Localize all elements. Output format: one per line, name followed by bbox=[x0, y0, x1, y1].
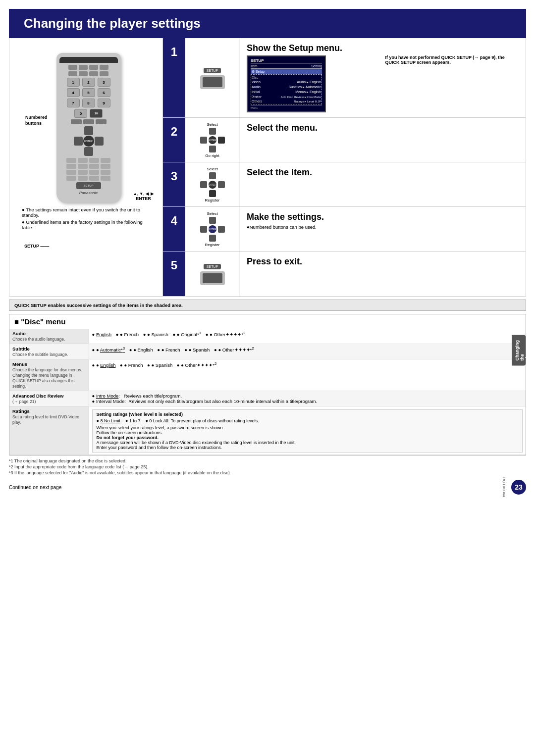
continued-text: Continued on next page bbox=[9, 485, 61, 490]
remote-control: 1 2 3 4 5 6 7 8 9 0 bbox=[56, 53, 121, 203]
setup-label: SETUP —— bbox=[24, 244, 49, 249]
row-content-subtitle: ● Automatic*3 ● English ● French ● Spani… bbox=[89, 344, 526, 359]
footnotes: *1 The original language designated on t… bbox=[9, 458, 526, 475]
right-panel: Changing the player settings 1 SETUP bbox=[163, 38, 526, 296]
row-label-adr: Advanced Disc Review (→ page 21) bbox=[9, 391, 89, 406]
step-4-content: Make the settings. ●Numbered buttons can… bbox=[240, 207, 526, 251]
step-4: 4 Select ENTER Register bbox=[163, 207, 526, 252]
setup-button[interactable]: SETUP bbox=[76, 182, 101, 189]
step-1-content: Show the Setup menu. SETUP Item Setting bbox=[240, 38, 526, 117]
footnote-2: *2 Input the appropriate code from the l… bbox=[9, 464, 526, 469]
row-label-audio: Audio Choose the audio language. bbox=[9, 329, 89, 344]
step-3-icon: Select ENTER Register bbox=[185, 162, 240, 206]
step-1: 1 SETUP Show the Setup menu. bbox=[163, 38, 526, 118]
numbered-label: Numbered buttons bbox=[25, 115, 48, 126]
row-label-menus: Menus Choose the language for disc menus… bbox=[9, 359, 89, 391]
step-4-title: Make the settings. bbox=[247, 212, 519, 222]
step-5-title: Press to exit. bbox=[247, 256, 519, 267]
row-content-menus: ● English ● French ● Spanish ● Other✦✦✦✦… bbox=[89, 359, 526, 391]
step-4-number: 4 bbox=[163, 207, 185, 251]
step-2-dpad: ENTER bbox=[200, 128, 225, 152]
disc-section: ■ "Disc" menu Audio Choose the audio lan… bbox=[9, 314, 526, 455]
bottom-bar: Continued on next page RQTX0044 23 bbox=[9, 477, 526, 497]
row-content-ratings: Setting ratings (When level 8 is selecte… bbox=[89, 406, 526, 455]
table-row: Audio Choose the audio language. English… bbox=[9, 329, 526, 344]
page-number: 23 bbox=[511, 480, 526, 495]
quick-setup-note: QUICK SETUP enables successive settings … bbox=[9, 300, 526, 311]
step-5-icon: SETUP bbox=[185, 252, 240, 296]
disc-section-header: ■ "Disc" menu bbox=[9, 314, 526, 329]
remote-container: Numbered buttons bbox=[19, 48, 158, 203]
setup-icon-label: SETUP bbox=[204, 68, 221, 73]
dpad[interactable]: ENTER bbox=[74, 126, 104, 156]
step-1-icon: SETUP bbox=[185, 38, 240, 117]
step-3-dpad: ENTER bbox=[200, 172, 225, 197]
table-row: Subtitle Choose the subtitle language. ●… bbox=[9, 344, 526, 359]
table-row: Menus Choose the language for disc menus… bbox=[9, 359, 526, 391]
step-3-number: 3 bbox=[163, 162, 185, 206]
step-4-note: ●Numbered buttons can be used. bbox=[247, 224, 519, 230]
page-header: Changing the player settings bbox=[9, 9, 526, 38]
main-content: Numbered buttons bbox=[9, 38, 526, 297]
side-tab: Changing the player settings bbox=[512, 335, 526, 366]
step-2: 2 Select ENTER Go right bbox=[163, 118, 526, 162]
step-3-title: Select the item. bbox=[247, 167, 519, 178]
step-3-content: Select the item. bbox=[240, 162, 526, 206]
row-content-audio: English ● French ● Spanish ● Original*1 … bbox=[89, 329, 526, 344]
row-label-subtitle: Subtitle Choose the subtitle language. bbox=[9, 344, 89, 359]
row-label-ratings: Ratings Set a rating level to limit DVD-… bbox=[9, 406, 89, 455]
step-5: 5 SETUP Press to exit. bbox=[163, 252, 526, 296]
page-title: Changing the player settings bbox=[24, 16, 511, 31]
left-panel: Numbered buttons bbox=[9, 38, 163, 296]
step-4-icon: Select ENTER Register bbox=[185, 207, 240, 251]
panasonic-label: Panasonic bbox=[59, 191, 118, 195]
ratings-box: Setting ratings (When level 8 is selecte… bbox=[92, 409, 523, 453]
table-row: Advanced Disc Review (→ page 21) ● Intro… bbox=[9, 391, 526, 406]
step-5-content: Press to exit. bbox=[240, 252, 526, 296]
step-2-content: Select the menu. bbox=[240, 118, 526, 162]
step-2-icon: Select ENTER Go right bbox=[185, 118, 240, 162]
footnote-1: *1 The original language designated on t… bbox=[9, 458, 526, 463]
footnote-3: *3 If the language selected for "Audio" … bbox=[9, 470, 526, 475]
disc-table: Audio Choose the audio language. English… bbox=[9, 329, 526, 455]
left-note-2: ● Underlined items are the factory setti… bbox=[22, 219, 155, 230]
step-5-number: 5 bbox=[163, 252, 185, 296]
setup-exit-label: SETUP bbox=[204, 264, 221, 269]
step-1-title: Show the Setup menu. bbox=[247, 43, 380, 53]
step-3: 3 Select ENTER Register bbox=[163, 162, 526, 207]
left-notes: ● The settings remain intact even if you… bbox=[19, 203, 158, 234]
step-1-note: If you have not performed QUICK SETUP (→… bbox=[385, 43, 519, 65]
left-note-1: ● The settings remain intact even if you… bbox=[22, 207, 155, 218]
step-4-dpad: ENTER bbox=[200, 217, 225, 242]
setup-screen: SETUP Item Setting ⚙ Setup bbox=[247, 55, 326, 112]
enter-label: ▲, ▼, ◀, ▶ ENTER bbox=[133, 192, 154, 201]
rqtx-code: RQTX0044 bbox=[502, 477, 506, 497]
step-1-number: 1 bbox=[163, 38, 185, 117]
table-row: Ratings Set a rating level to limit DVD-… bbox=[9, 406, 526, 455]
step-2-title: Select the menu. bbox=[247, 123, 519, 133]
step-2-number: 2 bbox=[163, 118, 185, 162]
row-content-adr: ● Intro Mode: Reviews each title/program… bbox=[89, 391, 526, 406]
